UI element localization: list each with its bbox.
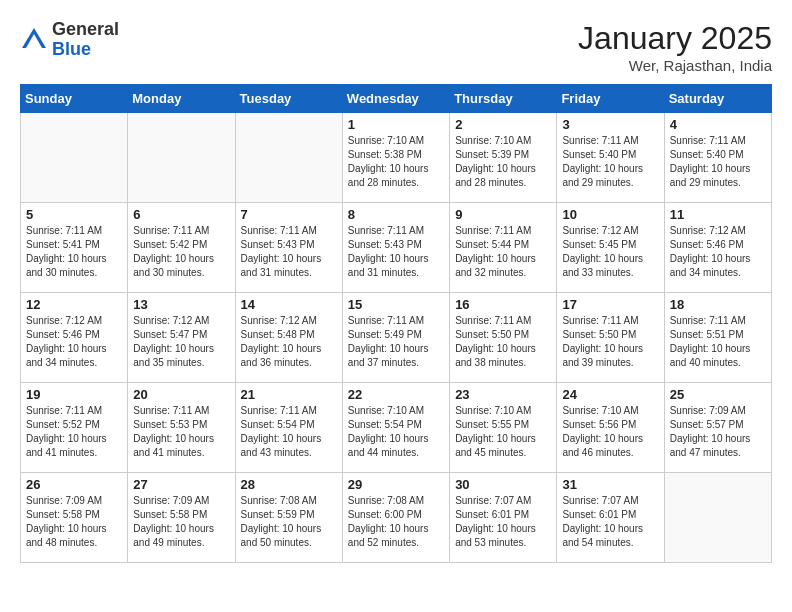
logo-general: General: [52, 20, 119, 40]
calendar-cell: 31Sunrise: 7:07 AMSunset: 6:01 PMDayligh…: [557, 473, 664, 563]
day-number: 21: [241, 387, 337, 402]
day-info: Sunrise: 7:07 AMSunset: 6:01 PMDaylight:…: [455, 494, 551, 550]
day-number: 9: [455, 207, 551, 222]
calendar-cell: 11Sunrise: 7:12 AMSunset: 5:46 PMDayligh…: [664, 203, 771, 293]
day-info: Sunrise: 7:12 AMSunset: 5:46 PMDaylight:…: [670, 224, 766, 280]
calendar-cell: 24Sunrise: 7:10 AMSunset: 5:56 PMDayligh…: [557, 383, 664, 473]
calendar-cell: 9Sunrise: 7:11 AMSunset: 5:44 PMDaylight…: [450, 203, 557, 293]
day-number: 27: [133, 477, 229, 492]
calendar-cell: 23Sunrise: 7:10 AMSunset: 5:55 PMDayligh…: [450, 383, 557, 473]
day-info: Sunrise: 7:10 AMSunset: 5:38 PMDaylight:…: [348, 134, 444, 190]
calendar-cell: 26Sunrise: 7:09 AMSunset: 5:58 PMDayligh…: [21, 473, 128, 563]
calendar-cell: 19Sunrise: 7:11 AMSunset: 5:52 PMDayligh…: [21, 383, 128, 473]
calendar-cell: 15Sunrise: 7:11 AMSunset: 5:49 PMDayligh…: [342, 293, 449, 383]
day-number: 19: [26, 387, 122, 402]
calendar-cell: 10Sunrise: 7:12 AMSunset: 5:45 PMDayligh…: [557, 203, 664, 293]
day-number: 22: [348, 387, 444, 402]
day-number: 16: [455, 297, 551, 312]
day-info: Sunrise: 7:09 AMSunset: 5:57 PMDaylight:…: [670, 404, 766, 460]
day-number: 6: [133, 207, 229, 222]
day-number: 8: [348, 207, 444, 222]
day-number: 17: [562, 297, 658, 312]
day-info: Sunrise: 7:11 AMSunset: 5:44 PMDaylight:…: [455, 224, 551, 280]
day-number: 11: [670, 207, 766, 222]
day-info: Sunrise: 7:11 AMSunset: 5:50 PMDaylight:…: [455, 314, 551, 370]
page-header: General Blue January 2025 Wer, Rajasthan…: [20, 20, 772, 74]
calendar-cell: [664, 473, 771, 563]
day-info: Sunrise: 7:07 AMSunset: 6:01 PMDaylight:…: [562, 494, 658, 550]
calendar-location: Wer, Rajasthan, India: [578, 57, 772, 74]
day-info: Sunrise: 7:10 AMSunset: 5:54 PMDaylight:…: [348, 404, 444, 460]
title-block: January 2025 Wer, Rajasthan, India: [578, 20, 772, 74]
day-number: 30: [455, 477, 551, 492]
calendar-cell: [128, 113, 235, 203]
calendar-cell: 12Sunrise: 7:12 AMSunset: 5:46 PMDayligh…: [21, 293, 128, 383]
day-number: 31: [562, 477, 658, 492]
day-number: 24: [562, 387, 658, 402]
day-number: 29: [348, 477, 444, 492]
day-info: Sunrise: 7:11 AMSunset: 5:42 PMDaylight:…: [133, 224, 229, 280]
day-number: 3: [562, 117, 658, 132]
day-number: 26: [26, 477, 122, 492]
logo: General Blue: [20, 20, 119, 60]
calendar-cell: 28Sunrise: 7:08 AMSunset: 5:59 PMDayligh…: [235, 473, 342, 563]
day-info: Sunrise: 7:11 AMSunset: 5:54 PMDaylight:…: [241, 404, 337, 460]
logo-blue: Blue: [52, 40, 119, 60]
calendar-cell: [235, 113, 342, 203]
day-number: 10: [562, 207, 658, 222]
calendar-week-row: 26Sunrise: 7:09 AMSunset: 5:58 PMDayligh…: [21, 473, 772, 563]
calendar-header-sunday: Sunday: [21, 85, 128, 113]
day-info: Sunrise: 7:11 AMSunset: 5:52 PMDaylight:…: [26, 404, 122, 460]
day-info: Sunrise: 7:11 AMSunset: 5:40 PMDaylight:…: [562, 134, 658, 190]
calendar-cell: 8Sunrise: 7:11 AMSunset: 5:43 PMDaylight…: [342, 203, 449, 293]
day-info: Sunrise: 7:10 AMSunset: 5:55 PMDaylight:…: [455, 404, 551, 460]
calendar-cell: 2Sunrise: 7:10 AMSunset: 5:39 PMDaylight…: [450, 113, 557, 203]
calendar-cell: 27Sunrise: 7:09 AMSunset: 5:58 PMDayligh…: [128, 473, 235, 563]
day-number: 4: [670, 117, 766, 132]
day-number: 15: [348, 297, 444, 312]
calendar-week-row: 19Sunrise: 7:11 AMSunset: 5:52 PMDayligh…: [21, 383, 772, 473]
logo-text: General Blue: [52, 20, 119, 60]
calendar-week-row: 1Sunrise: 7:10 AMSunset: 5:38 PMDaylight…: [21, 113, 772, 203]
calendar-cell: 14Sunrise: 7:12 AMSunset: 5:48 PMDayligh…: [235, 293, 342, 383]
calendar-header-friday: Friday: [557, 85, 664, 113]
day-info: Sunrise: 7:11 AMSunset: 5:43 PMDaylight:…: [241, 224, 337, 280]
day-info: Sunrise: 7:10 AMSunset: 5:56 PMDaylight:…: [562, 404, 658, 460]
calendar-cell: 1Sunrise: 7:10 AMSunset: 5:38 PMDaylight…: [342, 113, 449, 203]
calendar-cell: 13Sunrise: 7:12 AMSunset: 5:47 PMDayligh…: [128, 293, 235, 383]
calendar-cell: 16Sunrise: 7:11 AMSunset: 5:50 PMDayligh…: [450, 293, 557, 383]
calendar-header-thursday: Thursday: [450, 85, 557, 113]
day-info: Sunrise: 7:12 AMSunset: 5:45 PMDaylight:…: [562, 224, 658, 280]
day-info: Sunrise: 7:09 AMSunset: 5:58 PMDaylight:…: [26, 494, 122, 550]
calendar-cell: 5Sunrise: 7:11 AMSunset: 5:41 PMDaylight…: [21, 203, 128, 293]
day-info: Sunrise: 7:10 AMSunset: 5:39 PMDaylight:…: [455, 134, 551, 190]
calendar-cell: 3Sunrise: 7:11 AMSunset: 5:40 PMDaylight…: [557, 113, 664, 203]
calendar-header-tuesday: Tuesday: [235, 85, 342, 113]
calendar-header-saturday: Saturday: [664, 85, 771, 113]
day-info: Sunrise: 7:12 AMSunset: 5:46 PMDaylight:…: [26, 314, 122, 370]
day-info: Sunrise: 7:11 AMSunset: 5:40 PMDaylight:…: [670, 134, 766, 190]
day-info: Sunrise: 7:08 AMSunset: 6:00 PMDaylight:…: [348, 494, 444, 550]
day-number: 25: [670, 387, 766, 402]
calendar-cell: 25Sunrise: 7:09 AMSunset: 5:57 PMDayligh…: [664, 383, 771, 473]
day-info: Sunrise: 7:11 AMSunset: 5:49 PMDaylight:…: [348, 314, 444, 370]
day-number: 14: [241, 297, 337, 312]
logo-icon: [20, 26, 48, 54]
day-info: Sunrise: 7:11 AMSunset: 5:50 PMDaylight:…: [562, 314, 658, 370]
calendar-cell: 29Sunrise: 7:08 AMSunset: 6:00 PMDayligh…: [342, 473, 449, 563]
calendar-cell: 7Sunrise: 7:11 AMSunset: 5:43 PMDaylight…: [235, 203, 342, 293]
calendar-cell: [21, 113, 128, 203]
day-number: 23: [455, 387, 551, 402]
calendar-cell: 22Sunrise: 7:10 AMSunset: 5:54 PMDayligh…: [342, 383, 449, 473]
day-info: Sunrise: 7:11 AMSunset: 5:53 PMDaylight:…: [133, 404, 229, 460]
calendar-cell: 21Sunrise: 7:11 AMSunset: 5:54 PMDayligh…: [235, 383, 342, 473]
calendar-title: January 2025: [578, 20, 772, 57]
day-number: 20: [133, 387, 229, 402]
day-number: 18: [670, 297, 766, 312]
calendar-cell: 17Sunrise: 7:11 AMSunset: 5:50 PMDayligh…: [557, 293, 664, 383]
day-info: Sunrise: 7:11 AMSunset: 5:43 PMDaylight:…: [348, 224, 444, 280]
calendar-header-row: SundayMondayTuesdayWednesdayThursdayFrid…: [21, 85, 772, 113]
day-info: Sunrise: 7:08 AMSunset: 5:59 PMDaylight:…: [241, 494, 337, 550]
calendar-header-wednesday: Wednesday: [342, 85, 449, 113]
calendar-header-monday: Monday: [128, 85, 235, 113]
